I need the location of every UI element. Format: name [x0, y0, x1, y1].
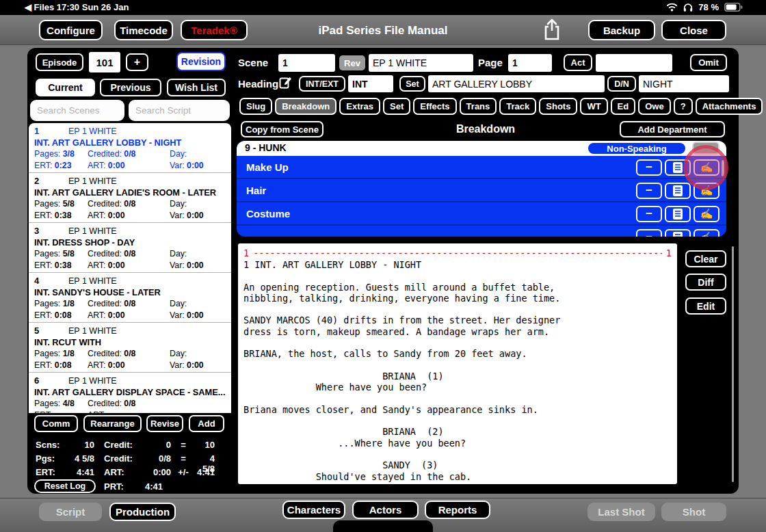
scene-list-item-1[interactable]: 1EP 1 WHITE INT. ART GALLERY LOBBY - NIG…: [29, 123, 231, 173]
notes-icon[interactable]: [665, 183, 691, 199]
scene-label: Scene: [238, 57, 268, 68]
assign-hand-icon[interactable]: ✍: [694, 159, 719, 176]
production-nav-button[interactable]: Production: [109, 503, 176, 521]
tab-attachments[interactable]: Attachments: [696, 98, 763, 115]
tab-trans[interactable]: Trans: [460, 98, 497, 115]
backup-button[interactable]: Backup: [588, 20, 655, 40]
home-indicator[interactable]: [333, 520, 433, 532]
dept-row-hair[interactable]: Hair − ✍: [237, 179, 726, 202]
edit-heading-pencil-icon[interactable]: [279, 76, 292, 89]
edit-button[interactable]: Edit: [685, 297, 726, 315]
tab-question[interactable]: ?: [674, 98, 693, 115]
add-department-button[interactable]: Add Department: [620, 121, 725, 137]
cast-row-extra-tile[interactable]: [692, 142, 719, 155]
scene-list-item-6[interactable]: 6EP 1 WHITE INT. ART GALLERY DISPLAY SPA…: [29, 373, 231, 413]
tab-effects[interactable]: Effects: [413, 98, 456, 115]
totals-pages-row: Pgs:4 5/8Credit:0/8=4 5/8: [36, 453, 215, 464]
revision-button[interactable]: Revision: [176, 52, 226, 71]
scene-marker-right: 1: [666, 248, 672, 259]
prt-value: 4:41: [145, 481, 163, 492]
search-script-input[interactable]: [129, 100, 230, 121]
breakdown-list: 9 - HUNK Non-Speaking Make Up − ✍ Hair −…: [237, 141, 726, 237]
assign-hand-icon[interactable]: ✍: [694, 229, 719, 237]
tab-wish-list[interactable]: Wish List: [167, 79, 226, 96]
rearrange-button[interactable]: Rearrange: [83, 415, 142, 432]
dept-row-costume[interactable]: Costume − ✍: [237, 202, 726, 226]
script-nav-button[interactable]: Script: [39, 503, 102, 521]
notes-icon[interactable]: [665, 206, 691, 222]
set-field[interactable]: [428, 75, 605, 92]
page-number-field[interactable]: [508, 54, 552, 72]
rev-button[interactable]: Rev: [339, 55, 365, 70]
tab-previous[interactable]: Previous: [100, 79, 161, 96]
script-panel[interactable]: 1 --------------------------------------…: [238, 243, 677, 484]
set-button[interactable]: Set: [399, 76, 425, 92]
cast-row[interactable]: 9 - HUNK Non-Speaking: [237, 141, 726, 156]
tab-slug[interactable]: Slug: [239, 98, 272, 115]
scene-list-item-5[interactable]: 5EP 1 WHITE INT. RCUT WITH Pages: 1/8Cre…: [29, 323, 231, 373]
remove-department-button[interactable]: −: [636, 206, 662, 222]
comm-button[interactable]: Comm: [34, 415, 78, 432]
totals-ert-row: ERT:4:41ART:0:00+/-4:41: [36, 467, 215, 478]
day-night-field[interactable]: [639, 75, 729, 92]
characters-nav-button[interactable]: Characters: [282, 501, 345, 519]
act-field[interactable]: [596, 54, 672, 72]
reports-nav-button[interactable]: Reports: [425, 501, 490, 519]
act-button[interactable]: Act: [564, 54, 592, 71]
int-ext-button[interactable]: INT/EXT: [299, 76, 345, 92]
breakdown-scrollbar[interactable]: [722, 160, 724, 176]
notes-icon[interactable]: [665, 229, 691, 237]
app-window: ◀ Files 17:30 Sun 26 Jan 78 % Configure …: [0, 0, 766, 532]
tab-set[interactable]: Set: [383, 98, 410, 115]
tab-extras[interactable]: Extras: [339, 98, 380, 115]
search-scenes-input[interactable]: [30, 100, 124, 121]
remove-department-button[interactable]: −: [636, 229, 662, 237]
page-label: Page: [478, 57, 503, 68]
non-speaking-button[interactable]: Non-Speaking: [587, 142, 687, 155]
last-shot-button[interactable]: Last Shot: [587, 503, 655, 521]
battery-icon: [724, 3, 743, 12]
clear-button[interactable]: Clear: [685, 250, 726, 267]
scene-number-field[interactable]: [278, 54, 335, 72]
close-button[interactable]: Close: [661, 20, 726, 40]
scene-heading: INT. ART GALLERY LOBBY - NIGHT: [34, 137, 226, 148]
tab-current[interactable]: Current: [36, 79, 95, 96]
dept-row-partial[interactable]: − ✍: [237, 226, 726, 237]
shot-button[interactable]: Shot: [661, 503, 726, 521]
share-icon[interactable]: [542, 18, 563, 42]
day-night-button[interactable]: D/N: [607, 76, 636, 92]
tab-breakdown[interactable]: Breakdown: [275, 98, 336, 115]
status-back-to-files[interactable]: ◀ Files 17:30 Sun 26 Jan: [25, 2, 129, 12]
diff-button[interactable]: Diff: [685, 274, 726, 291]
tab-shots[interactable]: Shots: [539, 98, 577, 115]
add-scene-button[interactable]: Add: [189, 415, 224, 432]
detail-tabs: Slug Breakdown Extras Set Effects Trans …: [239, 98, 729, 115]
assign-hand-icon[interactable]: ✍: [694, 183, 719, 199]
actors-nav-button[interactable]: Actors: [352, 501, 419, 519]
scene-list-item-2[interactable]: 2EP 1 WHITE INT. ART GALLERY LADIE'S ROO…: [29, 173, 231, 223]
script-scrollbar[interactable]: [732, 246, 734, 482]
status-icons: 78 %: [666, 2, 743, 12]
scene-marker-left: 1: [243, 248, 249, 259]
tab-wt[interactable]: WT: [580, 98, 607, 115]
notes-icon[interactable]: [665, 159, 691, 176]
tab-ed[interactable]: Ed: [611, 98, 636, 115]
remove-department-button[interactable]: −: [636, 183, 662, 199]
prt-label: PRT:: [104, 481, 124, 492]
reset-log-button[interactable]: Reset Log: [34, 479, 96, 493]
tab-owe[interactable]: Owe: [638, 98, 670, 115]
episode-button[interactable]: Episode: [36, 53, 83, 71]
revise-button[interactable]: Revise: [146, 415, 183, 432]
scene-list-item-4[interactable]: 4EP 1 WHITE INT. SANDY'S HOUSE - LATER P…: [29, 273, 231, 323]
assign-hand-icon[interactable]: ✍: [694, 206, 719, 222]
scene-list-item-3[interactable]: 3EP 1 WHITE INT. DRESS SHOP - DAY Pages:…: [29, 223, 231, 273]
add-episode-button[interactable]: +: [126, 53, 148, 71]
remove-department-button[interactable]: −: [636, 159, 662, 176]
tab-track[interactable]: Track: [499, 98, 536, 115]
episode-rev-field[interactable]: [369, 54, 473, 72]
episode-number-field[interactable]: [89, 52, 120, 72]
dept-row-make-up[interactable]: Make Up − ✍: [237, 156, 726, 179]
int-ext-field[interactable]: [348, 75, 393, 92]
wifi-icon: [666, 3, 678, 12]
omit-button[interactable]: Omit: [690, 54, 727, 71]
